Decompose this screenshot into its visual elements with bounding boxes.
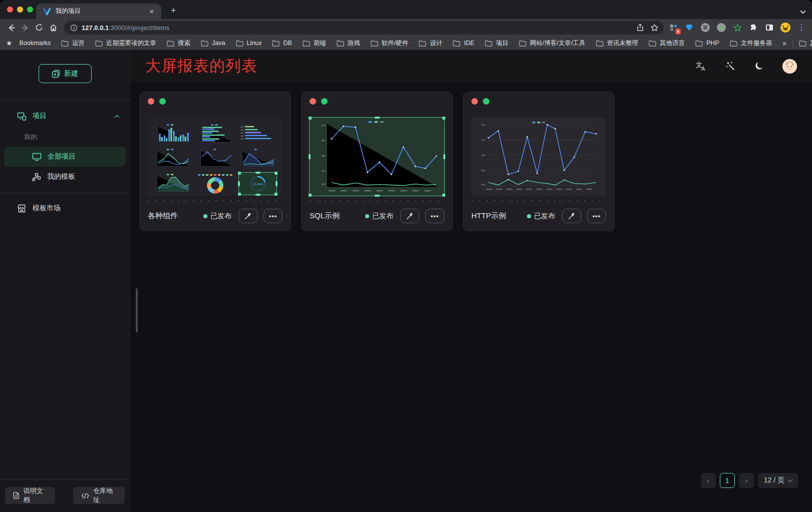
project-name: SQL示例	[310, 211, 340, 221]
bookmark-folder[interactable]: PHP	[695, 40, 719, 47]
share-icon[interactable]	[636, 24, 644, 32]
extension-row: 9 ⌘ ⋮	[667, 21, 808, 34]
extension-command-icon[interactable]: ⌘	[699, 21, 712, 34]
tab-close-icon[interactable]: ×	[147, 7, 156, 16]
project-card[interactable]: SQL示例 已发布 •••	[301, 92, 453, 231]
mini-area-chart	[239, 148, 277, 170]
browser-tab[interactable]: 我的项目 ×	[36, 4, 161, 19]
project-card[interactable]: HTTP示例 已发布 •••	[463, 92, 615, 231]
code-icon	[81, 492, 89, 499]
url-text[interactable]: 127.0.0.1:3000/#/project/items	[82, 24, 636, 32]
bookmark-folder[interactable]: 设计	[419, 39, 442, 48]
more-actions-button[interactable]: •••	[425, 209, 444, 223]
docs-button[interactable]: 说明文档	[5, 487, 55, 504]
page-1-button[interactable]: 1	[720, 473, 735, 488]
site-info-icon[interactable]	[70, 24, 78, 32]
new-tab-button[interactable]: +	[167, 6, 179, 16]
card-preview-sql[interactable]	[310, 118, 444, 196]
dark-mode-moon-icon[interactable]	[753, 60, 765, 72]
chevron-up-icon[interactable]	[115, 115, 120, 120]
extension-blocks-icon[interactable]: 9	[667, 21, 680, 34]
edit-project-button[interactable]	[400, 209, 419, 223]
address-bar[interactable]: 127.0.0.1:3000/#/project/items	[64, 21, 664, 35]
bookmark-folder[interactable]: 文件服务器	[730, 39, 772, 48]
bookmark-folder[interactable]: 游戏	[337, 39, 360, 48]
mini-bar-chart	[154, 123, 191, 145]
back-icon[interactable]	[4, 21, 18, 35]
bookmark-folder[interactable]: 软件/硬件	[371, 39, 408, 48]
extension-gem-icon[interactable]	[683, 21, 696, 34]
page-header: 大屏报表的列表 文A	[130, 50, 812, 82]
more-actions-button[interactable]: •••	[263, 209, 283, 223]
bookmark-folder[interactable]: 运营	[61, 39, 85, 48]
user-avatar[interactable]	[782, 59, 797, 74]
status-dot	[365, 214, 369, 218]
status-dot	[203, 214, 207, 218]
reload-icon[interactable]	[32, 21, 46, 35]
bookmark-folder[interactable]: 近期需要读的文章	[95, 39, 156, 48]
bookmark-folder[interactable]: 项目	[485, 39, 508, 48]
zoom-window-button[interactable]	[27, 7, 33, 13]
bookmark-folder[interactable]: 网站/博客/文章/工具	[519, 39, 585, 48]
other-bookmarks[interactable]: 其他书签	[799, 39, 812, 48]
profile-avatar-icon[interactable]	[779, 21, 792, 34]
minimize-window-button[interactable]	[17, 7, 23, 13]
bookmark-folder[interactable]: DB	[272, 40, 292, 47]
new-project-button[interactable]: 新建	[39, 64, 92, 83]
status-badge: 已发布	[365, 212, 393, 221]
extension-star-icon[interactable]	[731, 21, 744, 34]
bookmark-folder[interactable]: 资讯未整理	[596, 39, 639, 48]
project-name: HTTP示例	[471, 211, 506, 221]
project-card[interactable]: 25.00% 各种组件 已发布 •••	[139, 92, 291, 231]
close-window-button[interactable]	[7, 7, 13, 13]
side-panel-icon[interactable]	[763, 21, 776, 34]
sidebar-item-all-projects[interactable]: 全部项目	[4, 147, 126, 167]
sidebar-group-label: 我的	[0, 128, 130, 147]
bookmark-folder[interactable]: 其他语言	[649, 39, 685, 48]
scrollbar-thumb[interactable]	[136, 288, 138, 332]
bookmark-folder[interactable]: Linux	[236, 40, 262, 47]
home-icon[interactable]	[46, 21, 60, 35]
card-dot-green	[321, 98, 328, 105]
bookmark-folder[interactable]: 搜索	[167, 39, 190, 48]
preview-dots-row	[310, 200, 444, 202]
bookmarks-bar: ★Bookmarks 运营 近期需要读的文章 搜索 Java Linux DB …	[0, 36, 812, 50]
mini-capsule-chart	[239, 123, 277, 145]
window-controls[interactable]	[7, 7, 33, 13]
store-icon	[17, 204, 27, 213]
more-actions-button[interactable]: •••	[587, 209, 606, 223]
status-badge: 已发布	[203, 212, 231, 221]
tab-search-icon[interactable]	[801, 6, 805, 15]
next-page-button[interactable]: ›	[739, 473, 754, 488]
mini-line-chart	[196, 148, 234, 170]
page-size-select[interactable]: 12 / 页	[758, 473, 798, 488]
browser-menu-icon[interactable]: ⋮	[795, 21, 808, 34]
project-list: 25.00% 各种组件 已发布 •••	[130, 82, 812, 512]
mini-dual-line-chart	[154, 148, 191, 170]
bookmark-folder[interactable]: IDE	[453, 40, 474, 47]
sidebar-item-template-market[interactable]: 模板市场	[0, 198, 130, 218]
monitor-icon	[32, 153, 42, 161]
extensions-puzzle-icon[interactable]	[747, 21, 760, 34]
extension-record-icon[interactable]	[715, 21, 728, 34]
bookmarks-overflow-icon[interactable]: »	[782, 39, 786, 47]
bookmark-folder[interactable]: 前端	[303, 39, 326, 48]
chevron-down-icon	[788, 477, 793, 482]
edit-project-button[interactable]	[238, 209, 257, 223]
edit-project-button[interactable]	[562, 209, 581, 223]
forward-icon[interactable]	[18, 21, 32, 35]
magic-wand-icon[interactable]	[724, 60, 736, 72]
bookmarks-root[interactable]: ★Bookmarks	[6, 39, 51, 47]
translate-icon[interactable]: 文A	[695, 60, 707, 72]
sidebar-section-project[interactable]: 项目	[0, 105, 130, 128]
repo-button[interactable]: 仓库地址	[73, 487, 125, 504]
card-preview-http[interactable]	[471, 118, 606, 196]
mini-green-area-chart	[154, 173, 191, 195]
sidebar-item-my-templates[interactable]: 我的模板	[0, 167, 130, 187]
status-dot	[527, 214, 531, 218]
card-dot-green	[483, 98, 489, 105]
bookmark-star-icon[interactable]	[650, 24, 659, 32]
card-preview-components[interactable]: 25.00%	[148, 118, 283, 196]
bookmark-folder[interactable]: Java	[201, 40, 225, 47]
prev-page-button[interactable]: ‹	[701, 473, 716, 488]
